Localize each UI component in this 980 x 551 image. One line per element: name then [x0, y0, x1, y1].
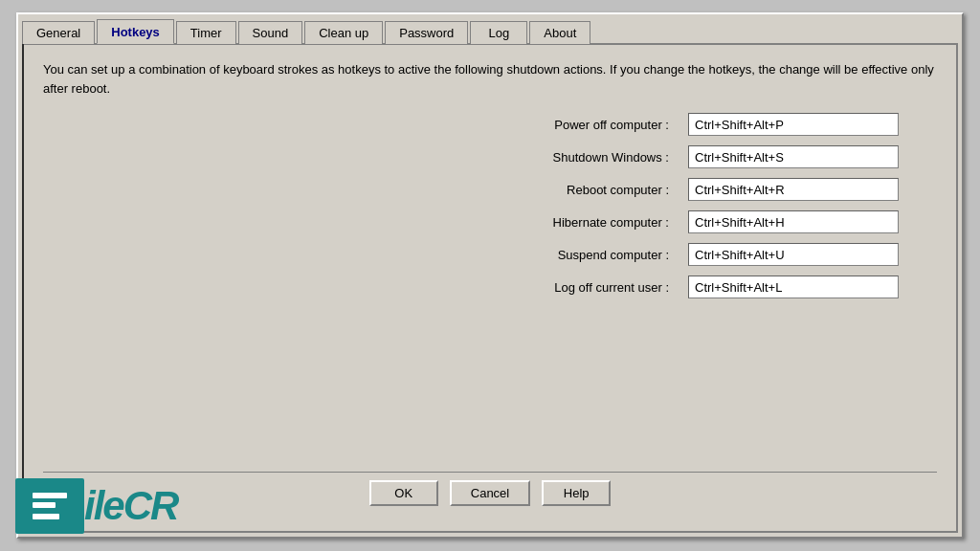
label-logoff: Log off current user :	[139, 276, 673, 298]
tab-hotkeys[interactable]: Hotkeys	[97, 19, 174, 44]
tab-timer[interactable]: Timer	[176, 21, 236, 44]
hotkeys-grid: Power off computer : Shutdown Windows : …	[139, 113, 937, 298]
tab-cleanup[interactable]: Clean up	[304, 21, 383, 44]
tab-log[interactable]: Log	[470, 21, 527, 44]
label-reboot: Reboot computer :	[139, 178, 673, 201]
svg-rect-0	[33, 493, 67, 498]
input-logoff[interactable]	[688, 276, 899, 298]
tab-general[interactable]: General	[22, 21, 95, 44]
svg-rect-1	[33, 502, 56, 508]
tab-bar: General Hotkeys Timer Sound Clean up Pas…	[18, 14, 962, 43]
watermark: ileCR	[15, 478, 177, 534]
label-hibernate: Hibernate computer :	[139, 210, 673, 233]
cancel-button[interactable]: Cancel	[450, 480, 530, 506]
input-suspend[interactable]	[688, 243, 899, 266]
label-shutdown-windows: Shutdown Windows :	[139, 145, 673, 168]
description-text: You can set up a combination of keyboard…	[43, 60, 937, 98]
input-hibernate[interactable]	[688, 210, 899, 233]
filecr-text: ileCR	[84, 483, 177, 529]
input-shutdown-windows[interactable]	[688, 145, 899, 168]
tab-about[interactable]: About	[529, 21, 590, 44]
input-power-off[interactable]	[688, 113, 899, 136]
label-power-off: Power off computer :	[139, 113, 673, 136]
tab-sound[interactable]: Sound	[238, 21, 303, 44]
content-area: You can set up a combination of keyboard…	[22, 43, 958, 533]
ok-button[interactable]: OK	[369, 480, 438, 506]
svg-rect-2	[33, 514, 59, 519]
tab-password[interactable]: Password	[385, 21, 468, 44]
label-suspend: Suspend computer :	[139, 243, 673, 266]
input-reboot[interactable]	[688, 178, 899, 201]
help-button[interactable]: Help	[542, 480, 611, 506]
dialog-window: General Hotkeys Timer Sound Clean up Pas…	[16, 12, 964, 539]
